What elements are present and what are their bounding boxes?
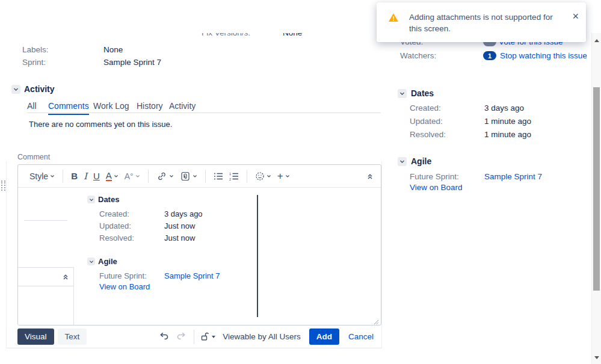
text-mode-button[interactable]: Text (58, 329, 87, 345)
toolbar-separator (63, 170, 63, 183)
text-color-letter: A (106, 171, 112, 181)
attachment-warning-toast: Adding attachments is not supported for … (377, 2, 586, 42)
artifact-divider (17, 286, 73, 286)
dates-section-chevron-icon[interactable] (398, 89, 407, 98)
artifact-box (17, 267, 74, 325)
toast-message: Adding attachments is not supported for … (409, 11, 561, 34)
clear-formatting-letter: A° (125, 171, 134, 181)
emoji-icon (255, 171, 265, 181)
warning-icon (388, 13, 399, 22)
agile-collapse-chevron-icon[interactable] (87, 258, 95, 265)
chevron-down-icon (50, 174, 55, 179)
comment-editor[interactable]: Style B I U A A° (17, 164, 381, 325)
underline-button[interactable]: U (93, 171, 100, 181)
drag-grippy-icon[interactable] (1, 180, 5, 191)
style-dropdown[interactable]: Style (29, 171, 55, 181)
insert-more-button[interactable]: + (277, 172, 290, 180)
editor-dates-resolved-label: Resolved: (99, 233, 134, 242)
link-icon (156, 171, 167, 181)
editor-agile-heading: Agile (98, 257, 117, 266)
collapse-toolbar-button[interactable] (366, 173, 374, 180)
cancel-link[interactable]: Cancel (348, 332, 374, 341)
toolbar-separator (205, 170, 206, 183)
scroll-up-arrow-icon[interactable] (592, 35, 601, 45)
tab-activity[interactable]: Activity (169, 101, 196, 114)
italic-button[interactable]: I (84, 171, 87, 182)
scrollbar-thumb[interactable] (593, 87, 600, 291)
toolbar-separator (247, 170, 247, 183)
toolbar-separator (148, 170, 149, 183)
dropdown-triangle-icon (212, 336, 215, 338)
tab-work-log[interactable]: Work Log (93, 101, 129, 114)
sprint-value: Sample Sprint 7 (103, 58, 161, 67)
editor-future-sprint-label: Future Sprint: (99, 271, 147, 280)
numbered-list-icon: 12 (229, 172, 239, 180)
chevron-down-icon (114, 174, 119, 179)
collapse-chevrons-icon (62, 273, 69, 280)
editor-future-sprint-link[interactable]: Sample Sprint 7 (164, 271, 220, 280)
attachment-button[interactable] (180, 171, 197, 181)
future-sprint-link[interactable]: Sample Sprint 7 (484, 172, 542, 181)
agile-section-heading: Agile (411, 156, 431, 166)
chevron-down-icon (285, 174, 290, 179)
editor-view-on-board-link[interactable]: View on Board (99, 282, 150, 291)
labels-label: Labels: (22, 45, 49, 54)
tab-all[interactable]: All (27, 101, 37, 114)
footer-separator (194, 330, 194, 344)
emoji-button[interactable] (255, 171, 271, 181)
svg-text:1: 1 (229, 172, 231, 176)
editor-content[interactable]: Dates Created: 3 days ago Updated: Just … (18, 188, 381, 325)
link-button[interactable] (156, 171, 174, 181)
comment-form: Style B I U A A° (6, 161, 382, 348)
text-color-button[interactable]: A (106, 171, 119, 181)
redo-button[interactable] (176, 332, 186, 342)
labels-value: None (103, 45, 123, 54)
numbered-list-button[interactable]: 12 (229, 172, 239, 180)
dates-collapse-chevron-icon[interactable] (87, 196, 95, 203)
chevron-down-icon (193, 174, 197, 179)
updated-label: Updated: (410, 117, 443, 126)
redo-icon (176, 332, 186, 340)
future-sprint-label: Future Sprint: (410, 172, 459, 181)
stop-watching-link[interactable]: Stop watching this issue (500, 51, 587, 60)
sprint-label: Sprint: (22, 58, 46, 67)
created-value: 3 days ago (484, 103, 524, 113)
activity-heading: Activity (24, 84, 55, 94)
chevron-down-icon (267, 174, 271, 179)
resize-handle-icon[interactable] (374, 319, 379, 325)
dates-section-heading: Dates (411, 88, 434, 98)
created-label: Created: (410, 103, 441, 113)
tab-history[interactable]: History (137, 101, 163, 114)
updated-value: 1 minute ago (484, 117, 531, 126)
bullet-list-button[interactable] (214, 172, 223, 180)
watchers-badge: 1 (483, 51, 496, 60)
bold-button[interactable]: B (71, 171, 78, 181)
editor-dates-updated-value: Just now (164, 221, 195, 230)
editor-dates-updated-label: Updated: (99, 221, 131, 230)
resolved-label: Resolved: (410, 130, 446, 139)
editor-toolbar: Style B I U A A° (18, 165, 381, 188)
style-dropdown-label: Style (29, 171, 48, 181)
unlock-icon (200, 332, 209, 341)
attachment-icon (180, 171, 191, 181)
undo-button[interactable] (159, 332, 170, 342)
activity-collapse-chevron-icon[interactable] (11, 85, 20, 94)
editor-dates-resolved-value: Just now (164, 233, 195, 242)
text-cursor (257, 195, 258, 317)
scroll-down-arrow-icon[interactable] (592, 353, 601, 362)
visual-mode-button[interactable]: Visual (17, 329, 54, 345)
clear-formatting-button[interactable]: A° (125, 171, 140, 181)
editor-footer: Visual Text Viewable by All Users Add Ca… (7, 325, 381, 348)
collapse-chevrons-icon (366, 173, 374, 180)
add-comment-button[interactable]: Add (309, 329, 339, 345)
vertical-scrollbar[interactable] (591, 33, 601, 364)
bullet-list-icon (214, 172, 223, 180)
view-on-board-link[interactable]: View on Board (410, 183, 463, 192)
watchers-label: Watchers: (400, 51, 436, 60)
close-icon[interactable]: × (572, 11, 579, 21)
no-comments-message: There are no comments yet on this issue. (29, 120, 172, 129)
agile-section-chevron-icon[interactable] (398, 157, 407, 166)
jira-issue-page: Fix Version/s: None Labels: None Sprint:… (0, 0, 601, 364)
resolved-value: 1 minute ago (484, 130, 531, 139)
comment-security-button[interactable] (200, 332, 215, 341)
